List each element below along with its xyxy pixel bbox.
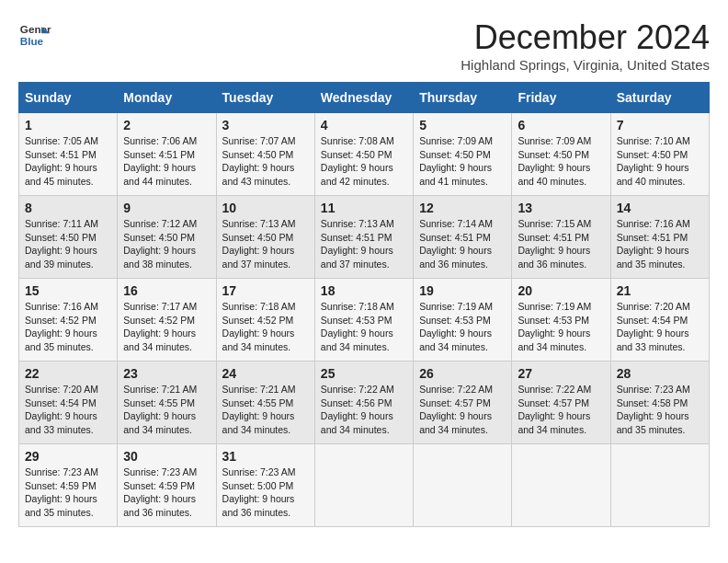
calendar-cell: 6Sunrise: 7:09 AMSunset: 4:50 PMDaylight… (512, 113, 610, 196)
svg-text:Blue: Blue (20, 35, 44, 47)
day-info: Sunrise: 7:07 AMSunset: 4:50 PMDaylight:… (222, 134, 309, 189)
calendar-cell: 16Sunrise: 7:17 AMSunset: 4:52 PMDayligh… (118, 279, 216, 362)
calendar-cell (314, 444, 413, 527)
day-info: Sunrise: 7:20 AMSunset: 4:54 PMDaylight:… (617, 300, 703, 354)
calendar-cell: 13Sunrise: 7:15 AMSunset: 4:51 PMDayligh… (512, 196, 610, 279)
calendar-week-row: 8Sunrise: 7:11 AMSunset: 4:50 PMDaylight… (19, 196, 710, 279)
calendar-cell: 27Sunrise: 7:22 AMSunset: 4:57 PMDayligh… (512, 362, 610, 444)
day-number: 18 (321, 283, 407, 298)
day-info: Sunrise: 7:22 AMSunset: 4:57 PMDaylight:… (419, 383, 506, 437)
day-info: Sunrise: 7:12 AMSunset: 4:50 PMDaylight:… (123, 217, 210, 271)
calendar-cell: 12Sunrise: 7:14 AMSunset: 4:51 PMDayligh… (414, 196, 512, 279)
calendar-cell: 15Sunrise: 7:16 AMSunset: 4:52 PMDayligh… (19, 279, 118, 362)
day-number: 23 (123, 366, 210, 381)
day-info: Sunrise: 7:15 AMSunset: 4:51 PMDaylight:… (518, 217, 604, 271)
calendar-cell: 19Sunrise: 7:19 AMSunset: 4:53 PMDayligh… (414, 279, 512, 362)
header-tuesday: Tuesday (216, 83, 314, 113)
calendar-cell: 7Sunrise: 7:10 AMSunset: 4:50 PMDaylight… (610, 113, 709, 196)
calendar-cell: 23Sunrise: 7:21 AMSunset: 4:55 PMDayligh… (118, 362, 216, 444)
day-number: 22 (25, 366, 111, 381)
calendar-week-row: 1Sunrise: 7:05 AMSunset: 4:51 PMDaylight… (19, 113, 710, 196)
day-info: Sunrise: 7:23 AMSunset: 4:59 PMDaylight:… (123, 465, 210, 520)
day-info: Sunrise: 7:05 AMSunset: 4:51 PMDaylight:… (25, 134, 111, 189)
day-number: 30 (123, 449, 210, 464)
title-area: December 2024 Highland Springs, Virginia… (461, 18, 710, 73)
day-info: Sunrise: 7:23 AMSunset: 5:00 PMDaylight:… (222, 465, 309, 520)
day-number: 15 (25, 283, 111, 298)
day-number: 3 (222, 118, 309, 132)
day-number: 25 (321, 366, 407, 381)
calendar-cell: 11Sunrise: 7:13 AMSunset: 4:51 PMDayligh… (314, 196, 413, 279)
day-number: 31 (222, 449, 309, 464)
day-info: Sunrise: 7:08 AMSunset: 4:50 PMDaylight:… (321, 134, 407, 189)
calendar-cell: 21Sunrise: 7:20 AMSunset: 4:54 PMDayligh… (610, 279, 709, 362)
calendar-cell: 20Sunrise: 7:19 AMSunset: 4:53 PMDayligh… (512, 279, 610, 362)
day-info: Sunrise: 7:10 AMSunset: 4:50 PMDaylight:… (617, 134, 703, 189)
calendar-cell: 14Sunrise: 7:16 AMSunset: 4:51 PMDayligh… (610, 196, 709, 279)
day-number: 10 (222, 201, 309, 215)
calendar-cell: 18Sunrise: 7:18 AMSunset: 4:53 PMDayligh… (314, 279, 413, 362)
day-number: 8 (25, 201, 111, 215)
calendar-cell (610, 444, 709, 527)
calendar-cell: 24Sunrise: 7:21 AMSunset: 4:55 PMDayligh… (216, 362, 314, 444)
svg-text:General: General (20, 23, 51, 35)
month-title: December 2024 (461, 18, 710, 57)
day-info: Sunrise: 7:22 AMSunset: 4:56 PMDaylight:… (321, 383, 407, 437)
day-number: 11 (321, 201, 407, 215)
day-number: 14 (617, 201, 703, 215)
day-number: 28 (617, 366, 703, 381)
header-monday: Monday (118, 83, 216, 113)
day-number: 24 (222, 366, 309, 381)
day-number: 9 (123, 201, 210, 215)
calendar-cell: 26Sunrise: 7:22 AMSunset: 4:57 PMDayligh… (414, 362, 512, 444)
day-number: 20 (518, 283, 604, 298)
day-number: 16 (123, 283, 210, 298)
day-info: Sunrise: 7:23 AMSunset: 4:59 PMDaylight:… (25, 465, 111, 520)
day-number: 19 (419, 283, 506, 298)
header-thursday: Thursday (414, 83, 512, 113)
day-info: Sunrise: 7:09 AMSunset: 4:50 PMDaylight:… (518, 134, 604, 189)
calendar-cell: 17Sunrise: 7:18 AMSunset: 4:52 PMDayligh… (216, 279, 314, 362)
day-info: Sunrise: 7:19 AMSunset: 4:53 PMDaylight:… (518, 300, 604, 354)
day-number: 5 (419, 118, 506, 132)
day-info: Sunrise: 7:16 AMSunset: 4:52 PMDaylight:… (25, 300, 111, 354)
calendar-cell: 4Sunrise: 7:08 AMSunset: 4:50 PMDaylight… (314, 113, 413, 196)
day-number: 13 (518, 201, 604, 215)
day-number: 2 (123, 118, 210, 132)
logo-icon: General Blue (18, 18, 51, 52)
calendar-week-row: 22Sunrise: 7:20 AMSunset: 4:54 PMDayligh… (19, 362, 710, 444)
calendar-cell: 28Sunrise: 7:23 AMSunset: 4:58 PMDayligh… (610, 362, 709, 444)
day-number: 4 (321, 118, 407, 132)
day-info: Sunrise: 7:23 AMSunset: 4:58 PMDaylight:… (617, 383, 703, 437)
day-number: 17 (222, 283, 309, 298)
day-info: Sunrise: 7:22 AMSunset: 4:57 PMDaylight:… (518, 383, 604, 437)
day-info: Sunrise: 7:18 AMSunset: 4:53 PMDaylight:… (321, 300, 407, 354)
calendar-cell: 25Sunrise: 7:22 AMSunset: 4:56 PMDayligh… (314, 362, 413, 444)
day-info: Sunrise: 7:09 AMSunset: 4:50 PMDaylight:… (419, 134, 506, 189)
calendar-cell: 5Sunrise: 7:09 AMSunset: 4:50 PMDaylight… (414, 113, 512, 196)
day-info: Sunrise: 7:21 AMSunset: 4:55 PMDaylight:… (123, 383, 210, 437)
header-saturday: Saturday (610, 83, 709, 113)
header-sunday: Sunday (19, 83, 118, 113)
calendar-cell: 1Sunrise: 7:05 AMSunset: 4:51 PMDaylight… (19, 113, 118, 196)
calendar-cell: 22Sunrise: 7:20 AMSunset: 4:54 PMDayligh… (19, 362, 118, 444)
calendar-cell: 31Sunrise: 7:23 AMSunset: 5:00 PMDayligh… (216, 444, 314, 527)
day-info: Sunrise: 7:20 AMSunset: 4:54 PMDaylight:… (25, 383, 111, 437)
calendar-header-row: SundayMondayTuesdayWednesdayThursdayFrid… (19, 83, 710, 113)
calendar-table: SundayMondayTuesdayWednesdayThursdayFrid… (18, 82, 710, 527)
day-info: Sunrise: 7:16 AMSunset: 4:51 PMDaylight:… (617, 217, 703, 271)
day-number: 21 (617, 283, 703, 298)
logo: General Blue (18, 18, 51, 52)
calendar-cell (414, 444, 512, 527)
day-number: 29 (25, 449, 111, 464)
day-number: 1 (25, 118, 111, 132)
day-info: Sunrise: 7:06 AMSunset: 4:51 PMDaylight:… (123, 134, 210, 189)
calendar-cell (512, 444, 610, 527)
day-info: Sunrise: 7:14 AMSunset: 4:51 PMDaylight:… (419, 217, 506, 271)
day-info: Sunrise: 7:13 AMSunset: 4:50 PMDaylight:… (222, 217, 309, 271)
day-info: Sunrise: 7:13 AMSunset: 4:51 PMDaylight:… (321, 217, 407, 271)
day-info: Sunrise: 7:21 AMSunset: 4:55 PMDaylight:… (222, 383, 309, 437)
calendar-week-row: 15Sunrise: 7:16 AMSunset: 4:52 PMDayligh… (19, 279, 710, 362)
day-info: Sunrise: 7:18 AMSunset: 4:52 PMDaylight:… (222, 300, 309, 354)
day-info: Sunrise: 7:19 AMSunset: 4:53 PMDaylight:… (419, 300, 506, 354)
